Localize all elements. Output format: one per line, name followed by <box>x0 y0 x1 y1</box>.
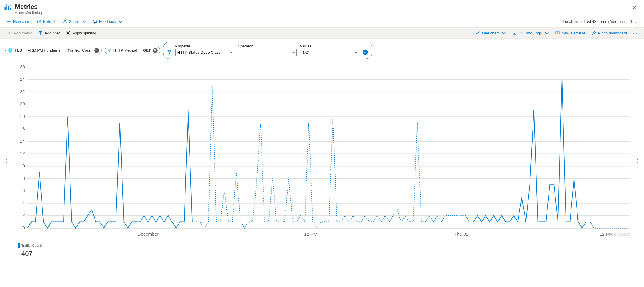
svg-text:UTC-08:00: UTC-08:00 <box>608 231 630 237</box>
svg-text:26: 26 <box>20 65 25 69</box>
pin-label: Pin to dashboard <box>598 31 627 35</box>
svg-text:4: 4 <box>22 200 25 205</box>
filter-dim: HTTP Method <box>113 48 137 53</box>
filter-editor: Property Operator Values ✓ <box>163 42 372 59</box>
chart-region: 〈 〉 02468101214161820222426December12 PM… <box>0 62 644 261</box>
new-alert-button[interactable]: New alert rule <box>553 29 587 37</box>
feedback-button[interactable]: Feedback <box>90 18 125 25</box>
metric-pill[interactable]: TEST - ARM PM Fundamen... Traffic, Count… <box>5 47 102 54</box>
values-select[interactable] <box>300 49 359 56</box>
svg-text:14: 14 <box>20 139 25 144</box>
drill-logs-label: Drill into Logs <box>519 31 542 35</box>
remove-metric-icon[interactable]: ✕ <box>94 48 99 53</box>
svg-text:18: 18 <box>20 114 25 119</box>
svg-text:10: 10 <box>20 163 25 168</box>
more-button[interactable]: ⋯ <box>631 30 639 37</box>
new-alert-label: New alert rule <box>562 31 585 35</box>
feedback-label: Feedback <box>99 19 116 24</box>
page-title: Metrics <box>15 3 38 11</box>
funnel-icon <box>107 48 111 53</box>
metric-scope: TEST - ARM PM Fundamen... <box>15 48 66 53</box>
metrics-icon <box>4 3 12 12</box>
pin-dashboard-button[interactable]: Pin to dashboard <box>590 29 629 37</box>
drill-logs-button[interactable]: Drill into Logs <box>510 29 551 37</box>
svg-text:12: 12 <box>20 151 25 156</box>
time-range-picker[interactable]: Local Time: Last 48 hours (Automatic - 1… <box>560 18 640 25</box>
operator-label: Operator <box>238 44 297 48</box>
page-subtitle: Azure Monitoring <box>15 11 628 15</box>
metric-name: Traffic, <box>67 48 80 53</box>
legend-name: Traffic (Count) <box>21 244 42 247</box>
apply-splitting-button[interactable]: Apply splitting <box>64 29 98 37</box>
svg-point-0 <box>10 5 11 6</box>
chevron-down-icon <box>118 19 123 24</box>
svg-text:12 PM: 12 PM <box>304 231 317 237</box>
svg-text:16: 16 <box>20 126 25 131</box>
svg-text:8: 8 <box>22 176 25 181</box>
legend-swatch <box>18 243 20 248</box>
more-icon[interactable]: ⋯ <box>40 4 45 10</box>
add-metric-button[interactable]: Add metric <box>5 29 34 37</box>
operator-select[interactable] <box>238 49 297 56</box>
legend-value: 407 <box>21 250 32 258</box>
funnel-icon <box>167 44 172 55</box>
resource-icon <box>8 48 13 53</box>
filter-op: = <box>139 48 141 53</box>
chart-toolbar: Add metric Add filter Apply splitting Li… <box>0 27 644 39</box>
metric-agg: Count <box>82 48 92 53</box>
share-button[interactable]: Share <box>60 18 89 25</box>
svg-text:December: December <box>137 231 158 237</box>
command-bar: New chart Refresh Share Feedback Local T… <box>0 16 644 27</box>
apply-splitting-label: Apply splitting <box>72 31 96 35</box>
refresh-label: Refresh <box>43 19 57 24</box>
legend: Traffic (Count) 407 <box>18 243 638 258</box>
query-row: TEST - ARM PM Fundamen... Traffic, Count… <box>0 39 644 62</box>
svg-rect-11 <box>556 31 559 34</box>
svg-text:22: 22 <box>20 89 25 94</box>
svg-text:Thu 02: Thu 02 <box>454 231 469 237</box>
chart-type-label: Line chart <box>482 31 499 35</box>
chevron-down-icon <box>501 31 506 35</box>
values-label: Values <box>300 44 359 48</box>
new-chart-button[interactable]: New chart <box>4 18 33 25</box>
property-label: Property <box>175 44 234 48</box>
remove-filter-icon[interactable]: ✕ <box>153 48 158 53</box>
refresh-button[interactable]: Refresh <box>34 18 59 25</box>
line-chart[interactable]: 02468101214161820222426December12 PMThu … <box>15 65 634 241</box>
svg-text:20: 20 <box>20 101 25 106</box>
page-header: Metrics ⋯ Azure Monitoring ✕ <box>0 0 644 16</box>
chart-type-button[interactable]: Line chart <box>474 29 508 37</box>
add-filter-label: Add filter <box>45 31 60 35</box>
share-label: Share <box>69 19 79 24</box>
svg-text:2: 2 <box>22 213 25 218</box>
svg-text:24: 24 <box>20 77 25 82</box>
add-filter-button[interactable]: Add filter <box>36 29 62 37</box>
prev-chart-button[interactable]: 〈 <box>0 156 10 167</box>
new-chart-label: New chart <box>13 19 31 24</box>
filter-val: GET <box>143 48 151 53</box>
chevron-down-icon <box>82 19 86 24</box>
close-icon[interactable]: ✕ <box>631 3 638 12</box>
chevron-down-icon <box>544 31 549 35</box>
svg-text:0: 0 <box>22 225 25 230</box>
next-chart-button[interactable]: 〉 <box>634 156 644 167</box>
svg-text:6: 6 <box>22 188 25 193</box>
filter-pill[interactable]: HTTP Method = GET ✕ <box>105 47 160 54</box>
property-select[interactable] <box>175 49 234 56</box>
add-metric-label: Add metric <box>14 31 32 35</box>
apply-filter-button[interactable]: ✓ <box>363 50 368 55</box>
